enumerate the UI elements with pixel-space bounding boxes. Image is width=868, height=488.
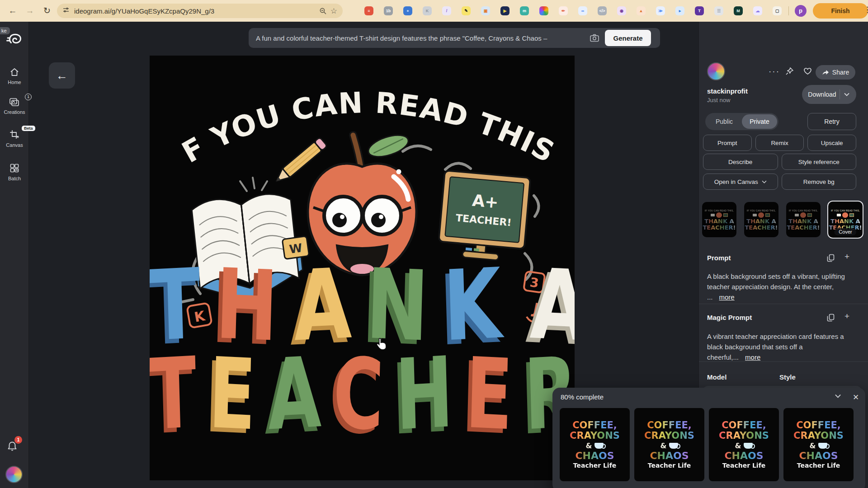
download-button[interactable]: Download	[802, 85, 856, 104]
browser-profile-avatar[interactable]: p	[795, 5, 807, 17]
variant-thumbnail-2[interactable]: IF YOU CAN READ THIS, THANK A TEACHER!	[744, 202, 778, 237]
camera-icon[interactable]	[590, 33, 599, 42]
extension-icon[interactable]: ▶	[500, 6, 509, 15]
gen-line1: COFFEE,	[647, 421, 692, 430]
generating-thumbnail-3[interactable]: COFFEE, CRAYONS & CHAOS Teacher Life	[709, 408, 779, 481]
sidebar-item-canvas[interactable]: Beta Canvas	[0, 129, 29, 148]
mini-line2: TEACHER!	[745, 225, 778, 230]
variant-thumbnail-3[interactable]: IF YOU CAN READ THIS, THANK A TEACHER!	[786, 202, 821, 237]
mini-line1: THANK A	[788, 218, 818, 224]
extension-icon[interactable]: ◉	[617, 6, 626, 15]
notification-badge: 1	[14, 436, 22, 444]
progress-status: 80% complete	[561, 393, 604, 401]
open-in-canvas-button[interactable]: Open in Canvas	[703, 174, 778, 190]
extension-icon[interactable]: ☁	[753, 6, 762, 15]
chevron-down-icon	[762, 180, 767, 183]
extension-icon[interactable]: ☰	[714, 6, 723, 15]
share-button[interactable]: Share	[816, 65, 855, 80]
extension-icon[interactable]: ▸	[675, 6, 684, 15]
extension-icon[interactable]: ▣	[481, 6, 490, 15]
extension-icon[interactable]: ▲	[637, 6, 646, 15]
sidebar-item-home[interactable]: Home	[0, 67, 29, 85]
extension-icon[interactable]: 1b	[384, 6, 393, 15]
ideogram-logo-icon[interactable]	[6, 32, 23, 49]
extension-icon[interactable]: ●	[403, 6, 412, 15]
finish-update-button[interactable]: Finish update	[813, 3, 868, 19]
close-icon[interactable]: ✕	[850, 392, 862, 403]
pin-icon[interactable]	[785, 67, 794, 76]
mini-board-icon	[807, 213, 812, 217]
sidebar-item-creations[interactable]: 1 Creations	[0, 96, 29, 115]
extension-icon[interactable]	[539, 6, 548, 15]
canvas-icon: Beta	[9, 129, 20, 141]
prompt-more-link[interactable]: more	[719, 293, 735, 301]
browser-forward-button[interactable]: →	[24, 5, 36, 17]
back-button[interactable]: ←	[49, 62, 75, 89]
notifications-button[interactable]: 1	[6, 440, 18, 453]
describe-button[interactable]: Describe	[703, 154, 778, 170]
coffee-cup-icon	[744, 443, 753, 449]
remove-bg-button[interactable]: Remove bg	[782, 174, 857, 190]
browser-reload-button[interactable]: ↻	[41, 5, 53, 17]
address-bar[interactable]: ideogram.ai/g/YUaHoGqESyKZcpaQy29N_g/3 ☆	[57, 4, 343, 18]
generating-thumbnail-2[interactable]: COFFEE, CRAYONS & CHAOS Teacher Life	[634, 408, 704, 481]
extension-icon[interactable]: ✎	[462, 6, 471, 15]
creator-avatar[interactable]	[707, 62, 725, 80]
prompt-button[interactable]: Prompt	[703, 135, 752, 151]
generated-image[interactable]: A+ TEACHER! K W 3 J	[150, 56, 575, 480]
download-chevron-icon[interactable]	[840, 93, 854, 96]
browser-menu-icon[interactable]: ⋮	[863, 5, 868, 14]
bookmark-star-icon[interactable]: ☆	[330, 6, 337, 16]
add-magic-prompt-icon[interactable]: +	[844, 311, 849, 321]
visibility-private-option[interactable]: Private	[742, 114, 777, 129]
mini-board-icon	[765, 213, 770, 217]
extension-icon[interactable]: /	[442, 6, 451, 15]
url-text[interactable]: ideogram.ai/g/YUaHoGqESyKZcpaQy29N_g/3	[74, 7, 316, 15]
browser-back-button[interactable]: ←	[6, 5, 19, 17]
more-options-icon[interactable]: ···	[766, 66, 783, 77]
generating-thumbnail-4[interactable]: COFFEE, CRAYONS & CHAOS Teacher Life	[783, 408, 854, 481]
extension-icon[interactable]: T	[695, 6, 704, 15]
site-settings-icon[interactable]	[62, 6, 70, 15]
mini-board-icon	[723, 213, 728, 217]
creations-count-badge: 1	[25, 94, 32, 100]
visibility-public-option[interactable]: Public	[707, 114, 742, 129]
gen-line2: CRAYONS	[793, 431, 844, 441]
like-heart-icon[interactable]	[803, 66, 812, 75]
generating-thumbnail-1[interactable]: COFFEE, CRAYONS & CHAOS Teacher Life	[560, 408, 630, 481]
prompt-input-text[interactable]: A fun and colorful teacher-themed T-shir…	[256, 34, 586, 42]
copy-prompt-icon[interactable]	[827, 254, 835, 262]
prompt-input-bar[interactable]: A fun and colorful teacher-themed T-shir…	[249, 28, 660, 48]
share-arrow-icon	[822, 69, 829, 75]
extension-icon[interactable]: ▢	[773, 6, 782, 15]
mini-apple-icon	[842, 212, 848, 218]
add-prompt-icon[interactable]: +	[844, 252, 849, 262]
extension-icon[interactable]: ∞	[578, 6, 587, 15]
mini-line1: THANK A	[746, 218, 776, 224]
user-avatar[interactable]	[5, 466, 23, 483]
sidebar-item-label: Canvas	[0, 142, 29, 148]
extension-icon[interactable]: m	[520, 6, 529, 15]
toolbar-divider	[788, 6, 789, 15]
prompt-section-text: A black background sets off a vibrant, u…	[707, 271, 857, 302]
extension-icon[interactable]: ≡	[364, 6, 373, 15]
generate-button[interactable]: Generate	[605, 30, 651, 46]
upscale-button[interactable]: Upscale	[807, 135, 856, 151]
copy-magic-prompt-icon[interactable]	[827, 314, 835, 322]
extension-icon[interactable]: M	[734, 6, 743, 15]
extension-icon[interactable]: K	[423, 6, 432, 15]
home-icon	[9, 73, 20, 78]
variant-thumbnail-4-selected[interactable]: IF YOU CAN READ THIS, THANK A TEACHER! C…	[828, 202, 863, 238]
gen-line1: COFFEE,	[572, 421, 617, 430]
collapse-chevron-icon[interactable]	[832, 394, 844, 399]
retry-button[interactable]: Retry	[807, 113, 856, 130]
zoom-indicator-icon[interactable]	[319, 7, 327, 15]
remix-button[interactable]: Remix	[755, 135, 804, 151]
extension-icon[interactable]: </>	[598, 6, 607, 15]
sidebar-item-batch[interactable]: Batch	[0, 163, 29, 181]
extension-icon[interactable]: ≫	[656, 6, 665, 15]
variant-thumbnail-1[interactable]: IF YOU CAN READ THIS, THANK A TEACHER!	[702, 202, 736, 237]
magic-prompt-more-link[interactable]: more	[745, 353, 760, 361]
extension-icon[interactable]: ✏	[559, 6, 568, 15]
style-reference-button[interactable]: Style reference	[782, 154, 857, 170]
